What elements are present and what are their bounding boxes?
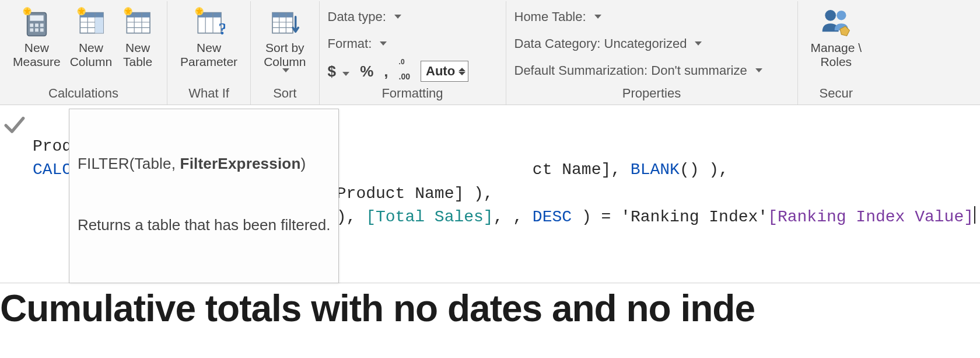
- sort-by-column-label: Sort by Column: [264, 41, 306, 69]
- format-dropdown[interactable]: Format:: [328, 34, 498, 54]
- sort-by-column-icon: [268, 6, 301, 39]
- group-sort-label: Sort: [273, 86, 296, 101]
- new-measure-label: New Measure: [13, 41, 61, 69]
- group-whatif: ? New Parameter What If: [167, 1, 251, 105]
- dropdown-icon: [394, 15, 401, 19]
- svg-rect-5: [30, 29, 33, 32]
- sort-by-column-dropdown-icon: [282, 68, 289, 72]
- svg-text:?: ?: [218, 19, 225, 39]
- decimal-places-value: Auto: [426, 64, 455, 79]
- default-summarization-dropdown[interactable]: Default Summarization: Don't summarize: [514, 61, 789, 81]
- decimal-places-icon: .0.00: [399, 61, 410, 82]
- group-properties: Home Table: Data Category: Uncategorized…: [506, 1, 798, 105]
- ribbon: New Measure New Column: [0, 0, 980, 105]
- svg-point-36: [825, 10, 836, 21]
- format-label: Format:: [328, 36, 372, 51]
- formula-bar: Prod CALChidden tooltip gap filler here …: [0, 105, 980, 283]
- decimal-places-stepper[interactable]: Auto: [421, 61, 468, 82]
- dropdown-icon: [755, 68, 762, 72]
- manage-roles-icon: [820, 6, 852, 39]
- svg-rect-31: [272, 13, 293, 18]
- svg-rect-15: [95, 18, 103, 33]
- group-calculations: New Measure New Column: [0, 1, 167, 105]
- svg-rect-2: [30, 23, 33, 27]
- svg-rect-4: [40, 23, 44, 27]
- group-formatting-label: Formatting: [382, 86, 443, 101]
- formula-editor[interactable]: Prod CALChidden tooltip gap filler here …: [28, 109, 980, 279]
- manage-roles-button[interactable]: Manage \ Roles: [806, 4, 867, 69]
- group-formatting: Data type: Format: $ % , .0.00 Auto: [320, 1, 506, 105]
- new-column-button[interactable]: New Column: [65, 4, 117, 69]
- group-whatif-label: What If: [188, 86, 229, 101]
- new-measure-icon: [20, 6, 53, 39]
- comma-format-button[interactable]: ,: [384, 62, 388, 81]
- default-summarization-label: Default Summarization: Don't summarize: [514, 63, 747, 78]
- commit-formula-button[interactable]: [0, 109, 28, 137]
- new-parameter-icon: ?: [192, 6, 225, 39]
- sort-by-column-button[interactable]: Sort by Column: [259, 4, 310, 73]
- stepper-arrows-icon: [459, 68, 466, 75]
- manage-roles-label: Manage \ Roles: [811, 41, 862, 69]
- data-type-dropdown[interactable]: Data type:: [328, 7, 498, 27]
- checkmark-icon: [2, 112, 26, 137]
- data-category-dropdown[interactable]: Data Category: Uncategorized: [514, 34, 789, 54]
- page-headline: Cumulative totals with no dates and no i…: [0, 283, 980, 330]
- group-sort: Sort by Column Sort: [251, 1, 319, 105]
- currency-format-button[interactable]: $: [328, 62, 350, 81]
- text-cursor: [974, 206, 975, 224]
- dropdown-icon: [695, 41, 702, 46]
- svg-rect-7: [40, 29, 44, 32]
- svg-rect-6: [35, 29, 38, 32]
- group-calculations-label: Calculations: [48, 86, 118, 101]
- new-parameter-button[interactable]: ? New Parameter: [176, 4, 242, 69]
- dropdown-icon: [342, 72, 349, 76]
- group-security-label: Secur: [820, 86, 853, 101]
- data-type-label: Data type:: [328, 9, 386, 25]
- dropdown-icon: [594, 15, 601, 19]
- dropdown-icon: [380, 41, 387, 46]
- group-security: Manage \ Roles Secur: [798, 1, 875, 105]
- new-table-label: New Table: [123, 41, 152, 69]
- data-category-label: Data Category: Uncategorized: [514, 36, 687, 51]
- new-table-icon: [121, 6, 154, 39]
- svg-point-37: [836, 11, 846, 20]
- formula-code: Prod CALChidden tooltip gap filler here …: [33, 111, 975, 277]
- svg-rect-1: [30, 15, 43, 20]
- new-column-icon: [75, 6, 107, 39]
- intellisense-tooltip: FILTER(Table, FilterExpression) Returns …: [69, 109, 340, 283]
- percent-format-button[interactable]: %: [360, 62, 373, 81]
- tooltip-signature: FILTER(Table, FilterExpression): [78, 154, 331, 174]
- new-column-label: New Column: [70, 41, 112, 69]
- home-table-label: Home Table:: [514, 9, 586, 25]
- svg-rect-3: [35, 23, 38, 27]
- new-table-button[interactable]: New Table: [117, 4, 159, 69]
- home-table-dropdown[interactable]: Home Table:: [514, 7, 789, 27]
- new-parameter-label: New Parameter: [180, 41, 237, 69]
- tooltip-description: Returns a table that has been filtered.: [78, 215, 331, 235]
- group-properties-label: Properties: [622, 86, 681, 101]
- new-measure-button[interactable]: New Measure: [8, 4, 65, 69]
